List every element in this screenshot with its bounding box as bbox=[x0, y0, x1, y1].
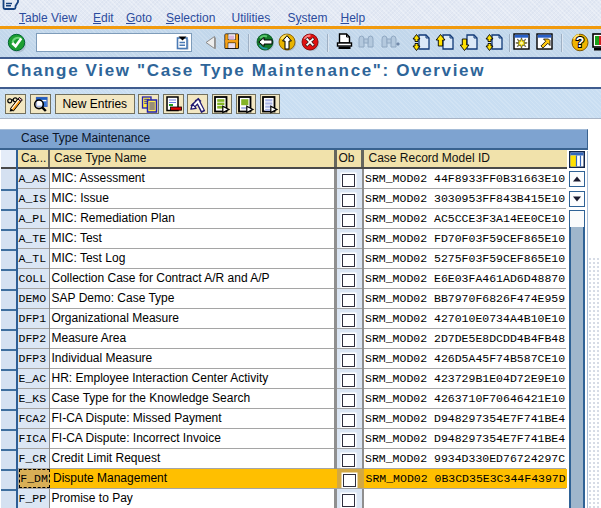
svg-text:?: ? bbox=[576, 34, 585, 50]
